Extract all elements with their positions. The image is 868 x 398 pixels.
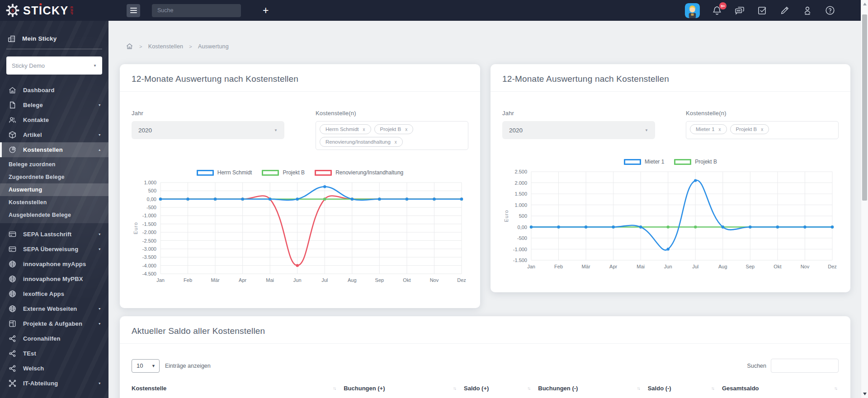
svg-text:-1.000: -1.000 xyxy=(142,213,156,218)
sidebar-item-label: Belege xyxy=(23,102,92,108)
brand-suffix: ERP xyxy=(70,6,73,15)
costcenter-multiselect[interactable]: Herrn SchmidtxProjekt BxRenovierung/Inst… xyxy=(316,121,468,150)
legend-projekt-b[interactable]: Projekt B xyxy=(262,169,305,176)
chart-area: Mieter 1Projekt B JanFebMärAprMaiJunJulA… xyxy=(491,157,850,274)
add-button[interactable]: + xyxy=(263,5,269,16)
scroll-up-arrow-icon[interactable] xyxy=(863,3,867,5)
column-header-saldo[interactable]: Saldo (+)↑↓ xyxy=(464,385,538,392)
chevron-down-icon: ▼ xyxy=(98,307,101,310)
sidebar-subitem-zugeordnete-belege[interactable]: Zugeordnete Belege xyxy=(0,171,108,183)
remove-tag-icon[interactable]: x xyxy=(395,140,397,145)
svg-text:500: 500 xyxy=(519,213,527,219)
breadcrumb-auswertung[interactable]: Auswertung xyxy=(198,43,229,50)
svg-text:Feb: Feb xyxy=(554,264,563,269)
legend-herrn-schmidt[interactable]: Herrn Schmidt xyxy=(197,169,252,176)
svg-text:0,00: 0,00 xyxy=(518,225,527,230)
column-header-buchungen[interactable]: Buchungen (+)↑↓ xyxy=(344,385,464,392)
legend-renovierung-instandhaltung[interactable]: Renovierung/Instandhaltung xyxy=(315,169,403,176)
global-search-input[interactable] xyxy=(152,4,241,17)
breadcrumb: >Kostenstellen>Auswertung xyxy=(126,42,229,50)
svg-text:-1.500: -1.500 xyxy=(513,258,527,263)
svg-text:Mai: Mai xyxy=(637,264,645,269)
svg-text:1.500: 1.500 xyxy=(514,191,527,197)
legend-label: Renovierung/Instandhaltung xyxy=(335,169,403,176)
column-header-buchungen[interactable]: Buchungen (-)↑↓ xyxy=(538,385,647,392)
legend-projekt-b[interactable]: Projekt B xyxy=(674,159,717,165)
notifications-bell-icon[interactable]: 9+ xyxy=(712,5,722,16)
sort-icon[interactable]: ↑↓ xyxy=(637,386,640,391)
table-header-row: Kostenstelle↑↓Buchungen (+)↑↓Saldo (+)↑↓… xyxy=(132,385,839,392)
file-icon xyxy=(8,101,17,109)
tag-label: Renovierung/Instandhaltung xyxy=(326,139,391,145)
legend-swatch xyxy=(262,170,279,176)
sidebar-item-label: SEPA Lastschrift xyxy=(23,231,92,238)
year-select[interactable]: 2020 ▼ xyxy=(132,121,284,139)
help-icon[interactable] xyxy=(825,5,835,16)
sidebar-subitem-belege-zuordnen[interactable]: Belege zuordnen xyxy=(0,158,108,171)
scroll-down-arrow-icon[interactable] xyxy=(863,393,867,395)
sidebar-item-it-abteilung[interactable]: IT-Abteilung▼ xyxy=(0,376,108,391)
legend-mieter-1[interactable]: Mieter 1 xyxy=(624,159,664,165)
svg-text:Sep: Sep xyxy=(375,277,384,283)
card-header: 12-Monate Auswertung nach Kostenstellen xyxy=(491,64,850,92)
sidebar-item-test[interactable]: TEst xyxy=(0,346,108,361)
sidebar-item-externe-webseiten[interactable]: Externe Webseiten▼ xyxy=(0,301,108,316)
line-chart: JanFebMärAprMaiJunJulAugSepOktNovDez2.50… xyxy=(502,167,839,272)
sidebar-item-kostenstellen[interactable]: Kostenstellen▲ xyxy=(0,142,108,157)
sidebar-item-coronahilfen[interactable]: Coronahilfen xyxy=(0,331,108,346)
sidebar-subitem-kostenstellen[interactable]: Kostenstellen xyxy=(0,196,108,209)
remove-tag-icon[interactable]: x xyxy=(719,127,721,132)
column-header-saldo[interactable]: Saldo (-)↑↓ xyxy=(648,385,722,392)
sidebar-item-lexoffice-apps[interactable]: lexoffice Apps xyxy=(0,286,108,301)
remove-tag-icon[interactable]: x xyxy=(363,127,365,132)
sidebar-item-label: innovaphone myApps xyxy=(23,261,102,267)
remove-tag-icon[interactable]: x xyxy=(405,127,407,132)
tasks-checkbox-icon[interactable] xyxy=(757,5,768,16)
svg-text:2.500: 2.500 xyxy=(514,169,527,174)
edit-pencil-icon[interactable] xyxy=(779,5,790,16)
sidebar-item-belege[interactable]: Belege▼ xyxy=(0,98,108,112)
sidebar-item-projekte-aufgaben[interactable]: Projekte & Aufgaben▼ xyxy=(0,316,108,331)
remove-tag-icon[interactable]: x xyxy=(761,127,763,132)
sidebar-subitem-ausgeblendete-belege[interactable]: Ausgeblendete Belege xyxy=(0,209,108,221)
sidebar-item-sepa-überweisung[interactable]: SEPA Überweisung▼ xyxy=(0,242,108,257)
column-header-gesamtsaldo[interactable]: Gesamtsaldo↑↓ xyxy=(722,385,839,392)
column-header-kostenstelle[interactable]: Kostenstelle↑↓ xyxy=(132,385,344,392)
table-search: Suchen xyxy=(747,359,839,373)
workspace-select[interactable]: Sticky Demo ▼ xyxy=(6,56,102,75)
user-avatar[interactable] xyxy=(685,3,700,18)
saldo-table-card: Aktueller Saldo aller Kostenstellen 10 ▼… xyxy=(120,316,850,398)
globe-icon xyxy=(8,290,17,298)
stamp-person-icon[interactable] xyxy=(802,5,813,16)
page-scrollbar[interactable] xyxy=(861,0,868,398)
costcenter-multiselect[interactable]: Mieter 1xProjekt Bx xyxy=(686,121,839,139)
sidebar-item-innovaphone-mypbx[interactable]: innovaphone MyPBX xyxy=(0,272,108,286)
sidebar-subitem-auswertung[interactable]: Auswertung xyxy=(0,183,108,196)
table-search-input[interactable] xyxy=(771,359,839,373)
sidebar-item-welsch[interactable]: Welsch xyxy=(0,361,108,376)
messages-icon[interactable] xyxy=(734,5,745,16)
sidebar-item-mein-sticky[interactable]: Mein Sticky xyxy=(0,30,108,47)
app-logo[interactable]: S STICKY ERP xyxy=(0,0,108,21)
chevron-down-icon: ▼ xyxy=(645,128,648,132)
sidebar-item-kontakte[interactable]: Kontakte xyxy=(0,112,108,127)
sort-icon[interactable]: ↑↓ xyxy=(711,386,714,391)
sidebar-item-innovaphone-myapps[interactable]: innovaphone myApps xyxy=(0,257,108,272)
page-size-select[interactable]: 10 ▼ xyxy=(132,359,160,373)
sort-icon[interactable]: ↑↓ xyxy=(527,386,530,391)
sidebar-item-artikel[interactable]: Artikel▼ xyxy=(0,127,108,142)
building-icon xyxy=(7,34,16,43)
year-select[interactable]: 2020 ▼ xyxy=(502,121,655,139)
column-label: Saldo (-) xyxy=(648,385,671,392)
home-icon[interactable] xyxy=(126,42,133,50)
scrollbar-thumb[interactable] xyxy=(862,14,867,201)
sidebar-item-dashboard[interactable]: Dashboard xyxy=(0,83,108,98)
sidebar: S STICKY ERP Mein Sticky Sticky Demo ▼ D… xyxy=(0,0,108,398)
menu-toggle-button[interactable] xyxy=(127,4,140,17)
sort-icon[interactable]: ↑↓ xyxy=(333,386,335,391)
breadcrumb-kostenstellen[interactable]: Kostenstellen xyxy=(148,43,184,50)
sort-icon[interactable]: ↑↓ xyxy=(453,386,456,391)
logo-gear-icon: S xyxy=(5,3,20,18)
sort-icon[interactable]: ↑↓ xyxy=(834,386,837,391)
sidebar-item-sepa-lastschrift[interactable]: SEPA Lastschrift▼ xyxy=(0,227,108,242)
